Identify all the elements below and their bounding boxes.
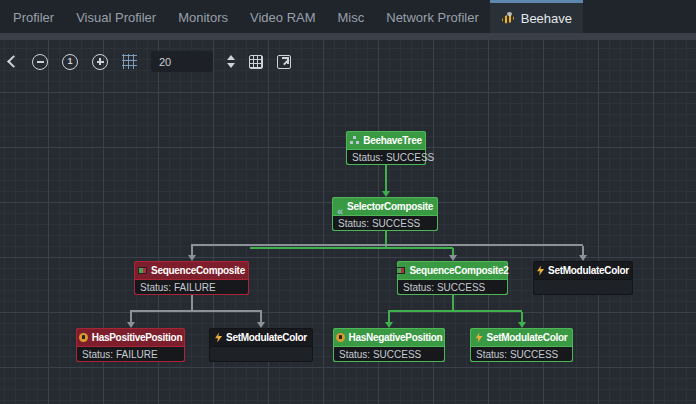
node-title: HasPositivePosition — [92, 332, 182, 343]
node-status-row: Status: SUCCESS — [334, 347, 444, 361]
node-status: Status: SUCCESS — [476, 349, 558, 360]
graph-node-has-positive-position[interactable]: HasPositivePositionStatus: FAILURE — [76, 328, 185, 362]
condition-icon — [79, 333, 88, 342]
tab-label: Misc — [338, 10, 365, 25]
node-status-row: Status: SUCCESS — [471, 347, 572, 361]
node-title: SetModulateColor — [226, 332, 307, 343]
sequence-icon — [138, 267, 147, 274]
node-title: SequenceComposite — [151, 265, 245, 276]
node-status-row: Status: FAILURE — [135, 280, 248, 294]
bee-icon — [501, 12, 515, 24]
node-title: SetModulateColor — [487, 332, 568, 343]
edge-segment-gray — [130, 310, 262, 312]
action-icon — [537, 266, 544, 276]
node-status-row: Status: SUCCESS — [398, 280, 507, 294]
node-status: Status: FAILURE — [82, 349, 158, 360]
node-status: Status: FAILURE — [140, 282, 216, 293]
graph-node-sequence-composite[interactable]: SequenceCompositeStatus: FAILURE — [134, 261, 249, 295]
tab-network-profiler[interactable]: Network Profiler — [375, 0, 489, 33]
node-status-row — [210, 347, 312, 361]
selector-icon — [337, 201, 343, 212]
debugger-panel: ProfilerVisual ProfilerMonitorsVideo RAM… — [0, 0, 696, 404]
tab-label: Visual Profiler — [76, 10, 156, 25]
graph-node-set-modulate-color-1[interactable]: SetModulateColor — [533, 261, 633, 295]
tab-label: Profiler — [13, 10, 54, 25]
tab-label: Video RAM — [250, 10, 316, 25]
graph-toolbar: 1 20 — [7, 51, 291, 72]
tab-misc[interactable]: Misc — [327, 0, 376, 33]
zoom-reset-button[interactable]: 1 — [62, 54, 78, 70]
tab-label: Monitors — [178, 10, 228, 25]
snap-toggle-button[interactable] — [122, 54, 137, 69]
node-status-row — [534, 280, 632, 294]
node-status: Status: SUCCESS — [352, 152, 434, 163]
tab-label: Network Profiler — [386, 10, 478, 25]
node-header: SequenceComposite2 — [398, 262, 507, 279]
graph-node-set-modulate-color-2[interactable]: SetModulateColor — [209, 328, 313, 362]
edge-segment-gray — [191, 295, 193, 311]
snap-distance-value: 20 — [159, 56, 171, 68]
tab-visual-profiler[interactable]: Visual Profiler — [65, 0, 167, 33]
spinbox-updown-control[interactable] — [227, 55, 235, 68]
node-header: BeehaveTree — [347, 132, 425, 149]
graph-node-selector-composite[interactable]: SelectorCompositeStatus: SUCCESS — [332, 197, 438, 231]
tab-video-ram[interactable]: Video RAM — [239, 0, 327, 33]
behavior-tree-canvas[interactable]: 1 20 BeehaveTreeStatus: SUCCESSSelectorC… — [0, 40, 696, 404]
node-status-row: Status: SUCCESS — [347, 150, 425, 164]
edge-segment-green — [385, 165, 387, 193]
node-status-row: Status: SUCCESS — [333, 216, 437, 230]
node-title: HasNegativePosition — [349, 332, 443, 343]
graph-node-sequence-composite2[interactable]: SequenceComposite2Status: SUCCESS — [397, 261, 508, 295]
node-status: Status: SUCCESS — [403, 282, 485, 293]
tab-profiler[interactable]: Profiler — [2, 0, 65, 33]
graph-node-has-negative-position[interactable]: HasNegativePositionStatus: SUCCESS — [333, 328, 445, 362]
collapse-chevron-icon[interactable] — [7, 57, 18, 66]
panel-separator — [0, 33, 696, 40]
node-status-row: Status: FAILURE — [77, 347, 184, 361]
open-external-button[interactable] — [277, 55, 291, 69]
node-header: HasNegativePosition — [334, 329, 444, 346]
node-header: SetModulateColor — [210, 329, 312, 346]
edge-segment-green — [388, 310, 522, 312]
zoom-out-button[interactable] — [32, 54, 48, 70]
node-header: SetModulateColor — [534, 262, 632, 279]
node-header: SequenceComposite — [135, 262, 248, 279]
node-status: Status: SUCCESS — [339, 349, 421, 360]
tab-monitors[interactable]: Monitors — [167, 0, 239, 33]
chevron-down-icon — [227, 63, 235, 68]
snap-distance-spinbox[interactable]: 20 — [151, 51, 213, 72]
edge-segment-green — [452, 295, 454, 311]
graph-node-beehave-tree[interactable]: BeehaveTreeStatus: SUCCESS — [346, 131, 426, 165]
node-title: SetModulateColor — [548, 265, 629, 276]
minimap-grid-icon — [249, 55, 263, 69]
plus-icon-vertical — [99, 58, 101, 65]
tab-beehave[interactable]: Beehave — [490, 0, 583, 33]
zoom-reset-icon: 1 — [67, 57, 72, 66]
tree-icon — [350, 136, 359, 145]
node-header: HasPositivePosition — [77, 329, 184, 346]
action-icon — [215, 333, 222, 343]
zoom-in-button[interactable] — [92, 54, 108, 70]
condition-icon — [336, 333, 345, 342]
tab-bar: ProfilerVisual ProfilerMonitorsVideo RAM… — [0, 0, 696, 33]
minus-icon — [37, 61, 44, 63]
edge-segment-green — [250, 247, 453, 249]
graph-node-set-modulate-color-3[interactable]: SetModulateColorStatus: SUCCESS — [470, 328, 573, 362]
chevron-up-icon — [227, 55, 235, 60]
node-title: SequenceComposite2 — [409, 265, 508, 276]
minimap-toggle-button[interactable] — [249, 55, 263, 69]
chevron-left-icon — [7, 55, 20, 68]
node-status: Status: SUCCESS — [338, 218, 420, 229]
node-header: SelectorComposite — [333, 198, 437, 215]
sequence-icon — [396, 267, 405, 274]
tab-label: Beehave — [521, 11, 572, 26]
node-title: BeehaveTree — [363, 135, 421, 146]
node-header: SetModulateColor — [471, 329, 572, 346]
action-icon — [476, 333, 483, 343]
snap-grid-icon — [122, 54, 137, 69]
node-title: SelectorComposite — [347, 201, 433, 212]
open-external-icon — [277, 55, 291, 69]
